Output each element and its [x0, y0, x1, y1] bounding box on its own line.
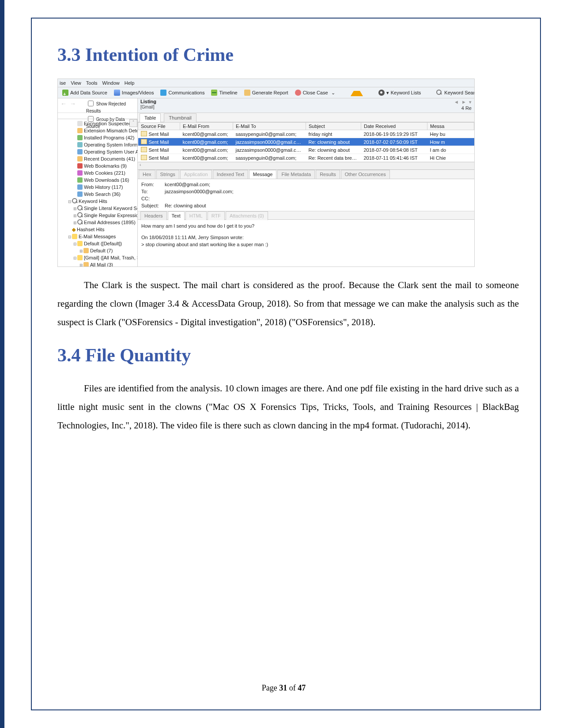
detail-tab[interactable]: Strings: [156, 170, 179, 179]
tree-node[interactable]: Web Downloads (16): [60, 176, 137, 184]
tree-node[interactable]: Operating System Information (: [60, 141, 137, 148]
result-count: 4 Re: [461, 105, 472, 111]
tree-node[interactable]: Web History (117): [60, 184, 137, 191]
menu-item[interactable]: Tools: [86, 79, 98, 87]
report-icon: [244, 90, 250, 96]
tree-node[interactable]: Installed Programs (42): [60, 134, 137, 141]
back-button[interactable]: ←: [60, 100, 67, 107]
autopsy-screenshot: ise View Tools Window Help Add Data Sour…: [57, 79, 475, 267]
timeline-button[interactable]: Timeline: [208, 87, 240, 98]
timeline-icon: [211, 90, 217, 96]
message-tab[interactable]: Headers: [140, 211, 167, 220]
communications-button[interactable]: Communications: [158, 87, 207, 98]
navigator-pane: ← → Show Rejected Results Group by Data …: [58, 98, 138, 267]
add-data-source-button[interactable]: Add Data Source: [60, 87, 110, 98]
detail-tab[interactable]: Application: [180, 170, 212, 179]
message-tab[interactable]: Text: [168, 211, 185, 220]
menu-item[interactable]: Window: [102, 79, 120, 87]
tree-node[interactable]: Operating System User Account: [60, 148, 137, 155]
tree-scroll-up[interactable]: ˆ: [129, 119, 137, 127]
forward-button[interactable]: →: [70, 100, 76, 107]
tree-node[interactable]: ⊞Default (7): [60, 247, 137, 254]
heading-3-3: 3.3 Intention of Crime: [57, 44, 519, 65]
table-row[interactable]: Sent Mailkcent00@gmail.com;jazzasimpson0…: [138, 138, 474, 146]
warning-indicator[interactable]: [348, 87, 366, 98]
nav-arrows: ← → Show Rejected Results Group by Data …: [58, 98, 137, 113]
detail-tab[interactable]: File Metadata: [277, 170, 315, 179]
communications-icon: [160, 90, 166, 96]
tree-node[interactable]: ⊞ Single Literal Keyword Search (0: [60, 205, 137, 212]
detail-tab[interactable]: Indexed Text: [213, 170, 248, 179]
message-header: From: kcent00@gmail.com; To: jazzasimpso…: [138, 179, 474, 211]
tree-node[interactable]: ⊞All Mail (3): [60, 261, 137, 267]
tree-node[interactable]: ⊞ Single Regular Expression Searc: [60, 212, 137, 219]
message-tabs[interactable]: HeadersTextHTMLRTFAttachments (0): [138, 211, 474, 220]
listing-title: Listing: [138, 98, 474, 105]
tree-node[interactable]: ⊟ Keyword Hits: [60, 198, 137, 205]
eye-icon: [378, 90, 385, 96]
paragraph-intention: The Clark is the suspect. The mail chart…: [57, 276, 519, 331]
message-tab[interactable]: HTML: [185, 211, 207, 220]
column-header[interactable]: Subject: [306, 123, 361, 130]
email-table[interactable]: Source FileE-Mail FromE-Mail ToSubjectDa…: [138, 122, 474, 162]
page-footer: Page 31 of 47: [4, 683, 563, 693]
menu-item[interactable]: View: [71, 79, 81, 87]
plus-icon: [62, 90, 68, 96]
tab-table[interactable]: Table: [140, 113, 161, 122]
close-icon: [295, 90, 301, 96]
message-tab[interactable]: RTF: [208, 211, 225, 220]
tab-thumbnail[interactable]: Thumbnail: [164, 113, 196, 122]
menu-item[interactable]: ise: [60, 79, 66, 87]
detail-tab[interactable]: Other Occurrences: [341, 170, 390, 179]
tree-node[interactable]: Web Search (36): [60, 191, 137, 198]
message-tab[interactable]: Attachments (0): [226, 211, 268, 220]
tree-node[interactable]: Web Bookmarks (9): [60, 162, 137, 169]
results-tree[interactable]: ˆ Encryption Suspected (13)Extension Mis…: [58, 119, 137, 267]
column-header[interactable]: Date Received: [361, 123, 427, 130]
menu-item[interactable]: Help: [125, 79, 135, 87]
toolbar: Add Data Source Images/Videos Communicat…: [58, 87, 474, 98]
tree-node[interactable]: ⊟E-Mail Messages: [60, 233, 137, 240]
grid-scrollbar[interactable]: [138, 162, 474, 169]
table-row[interactable]: Sent Mailkcent00@gmail.com;sassypenguin0…: [138, 154, 474, 162]
generate-report-button[interactable]: Generate Report: [242, 87, 291, 98]
heading-3-4: 3.4 File Quantity: [57, 345, 519, 366]
detail-tab[interactable]: Results: [316, 170, 340, 179]
tree-node[interactable]: Web Cookies (221): [60, 169, 137, 176]
msg-from: kcent00@gmail.com;: [165, 182, 210, 187]
column-header[interactable]: E-Mail From: [180, 123, 233, 130]
detail-tab[interactable]: Hex: [139, 170, 155, 179]
tree-node[interactable]: ◆ Hashset Hits: [60, 226, 137, 233]
tree-node[interactable]: Extension Mismatch Detected (1: [60, 127, 137, 134]
warning-icon: [351, 88, 363, 96]
listing-nav[interactable]: ◄ ► ▾: [454, 99, 472, 105]
message-body: How many am I send you and how do I get …: [138, 220, 474, 251]
keyword-lists-button[interactable]: ▾ Keyword Lists: [376, 87, 423, 98]
detail-pane: HexStringsApplicationIndexed TextMessage…: [138, 169, 474, 267]
tree-node[interactable]: ⊟Default ([Default]): [60, 240, 137, 247]
tree-node[interactable]: ⊞ Email Addresses (1895): [60, 219, 137, 226]
column-header[interactable]: Messa: [427, 123, 474, 130]
detail-tab[interactable]: Message: [249, 170, 277, 179]
table-row[interactable]: Sent Mailkcent00@gmail.com;jazzasimpson0…: [138, 146, 474, 154]
menu-bar[interactable]: ise View Tools Window Help: [58, 79, 474, 87]
close-case-button[interactable]: Close Case ⌄: [292, 87, 338, 98]
tree-node[interactable]: Encryption Suspected (13): [60, 120, 137, 127]
column-header[interactable]: Source File: [138, 123, 180, 130]
content-pane: Listing [Gmail] ◄ ► ▾ 4 Re Table Thumbna…: [138, 98, 474, 267]
images-icon: [114, 90, 120, 96]
detail-tabs[interactable]: HexStringsApplicationIndexed TextMessage…: [138, 170, 474, 179]
keyword-search-button[interactable]: Keyword Search: [434, 87, 474, 98]
tree-node[interactable]: ⊟[Gmail] ([All Mail, Trash, Sent M: [60, 254, 137, 261]
images-videos-button[interactable]: Images/Videos: [111, 87, 157, 98]
msg-to: jazzasimpson0000@gmail.com;: [165, 189, 233, 194]
show-rejected-checkbox[interactable]: Show Rejected Results: [86, 99, 137, 115]
tree-node[interactable]: Recent Documents (41): [60, 155, 137, 162]
paragraph-file-quantity: Files are identified from the analysis. …: [57, 379, 519, 435]
search-icon: [436, 90, 442, 96]
msg-subject: Re: clowning about: [165, 203, 206, 208]
column-header[interactable]: E-Mail To: [233, 123, 306, 130]
listing-path: [Gmail]: [138, 105, 474, 109]
table-row[interactable]: Sent Mailkcent00@gmail.com;sassypenguin0…: [138, 130, 474, 138]
